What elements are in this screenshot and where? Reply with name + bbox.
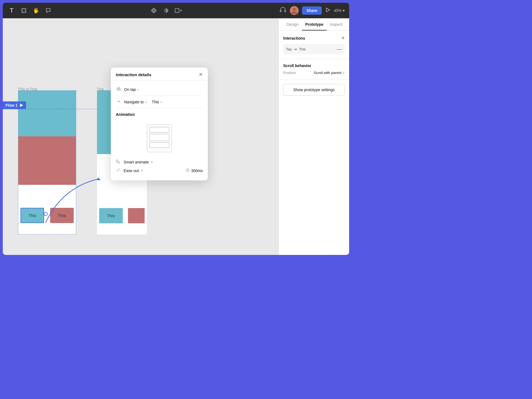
interaction-modal: Interaction details ✕ — [111, 68, 208, 180]
frame1-mid-rect — [18, 136, 76, 185]
modal-title: Interaction details — [116, 72, 151, 77]
duration-icon — [186, 168, 190, 173]
panel-tabs: Design Prototype Inspect — [279, 18, 349, 30]
toolbar-center: ▾ — [55, 6, 277, 15]
frame2-this-button[interactable]: This — [99, 208, 123, 223]
interaction-trigger: Tap — [286, 47, 292, 51]
text-tool[interactable]: T — [7, 6, 16, 15]
remove-interaction-button[interactable]: — — [337, 46, 342, 52]
shape-tool[interactable]: ▾ — [174, 6, 183, 15]
smart-animate-dropdown[interactable]: Smart animate ∨ — [124, 160, 153, 164]
animation-card — [147, 124, 172, 152]
frame1-top-rect — [18, 91, 76, 136]
modal-trigger-row: On tap ∨ — [116, 85, 203, 94]
svg-rect-14 — [175, 9, 179, 12]
frame-tool[interactable] — [19, 6, 28, 15]
modal-separator-1 — [116, 96, 203, 96]
share-button[interactable]: Share — [302, 6, 322, 15]
svg-point-18 — [293, 8, 296, 11]
modal-header: Interaction details ✕ — [111, 68, 208, 81]
component-tool[interactable] — [149, 6, 158, 15]
app-window: T 🖐 — [3, 3, 349, 255]
smart-animate-row: Smart animate ∨ — [116, 157, 203, 167]
interaction-destination: This — [299, 47, 306, 51]
flow-label[interactable]: Flow 1 — [3, 101, 26, 109]
on-tap-chevron: ∨ — [137, 88, 139, 91]
ease-row: Ease out ∨ — [116, 167, 203, 177]
animation-section-title: Animation — [116, 109, 203, 119]
svg-marker-20 — [20, 104, 23, 107]
scroll-behavior-header: Scroll behavior — [283, 63, 345, 68]
proto-settings-button[interactable]: Show prototype settings — [283, 84, 345, 96]
frame1-this-button[interactable]: This — [21, 208, 44, 223]
interaction-row-left: Tap This — [286, 47, 306, 51]
modal-body: On tap ∨ — [111, 81, 208, 180]
svg-rect-26 — [118, 162, 120, 163]
scroll-behavior-section: Scroll behavior Position Scroll with par… — [279, 59, 349, 80]
frame1[interactable]: This That — [18, 90, 76, 234]
hand-tool[interactable]: 🖐 — [32, 6, 40, 15]
destination-dropdown[interactable]: This ∨ — [152, 100, 162, 104]
modal-separator-2 — [116, 108, 203, 108]
flow-name: Flow 1 — [6, 103, 18, 108]
play-button[interactable] — [325, 7, 331, 14]
on-tap-dropdown[interactable]: On tap ∨ — [124, 87, 139, 92]
canvas[interactable]: Flow 1 This or That This That — [3, 18, 278, 255]
smart-animate-icon — [116, 159, 121, 165]
toolbar-left: T 🖐 — [7, 6, 53, 15]
interactions-section: Interactions + Tap This — — [279, 30, 349, 59]
anim-bar-1 — [149, 127, 169, 132]
position-chevron: ∨ — [342, 71, 345, 75]
position-value-dropdown[interactable]: Scroll with parent ∨ — [314, 71, 345, 75]
svg-rect-16 — [285, 10, 286, 12]
svg-rect-25 — [116, 160, 118, 161]
ease-icon — [116, 168, 121, 173]
smart-animate-chevron: ∨ — [151, 160, 153, 164]
anim-bar-2 — [149, 134, 169, 141]
zoom-control[interactable]: 45% ▾ — [334, 8, 345, 13]
interaction-row[interactable]: Tap This — — [283, 44, 345, 54]
right-panel: Design Prototype Inspect Interactions + … — [278, 18, 349, 255]
headphone-icon[interactable] — [279, 6, 287, 15]
ease-dropdown[interactable]: Ease out ∨ — [124, 168, 143, 173]
toolbar: T 🖐 — [3, 3, 349, 18]
navigate-icon — [116, 99, 121, 105]
flow-play-icon — [19, 103, 23, 107]
scroll-behavior-title: Scroll behavior — [283, 63, 311, 68]
modal-close-button[interactable]: ✕ — [199, 72, 203, 77]
tab-design[interactable]: Design — [283, 18, 302, 30]
anim-bar-3 — [149, 142, 169, 148]
navigate-to-dropdown[interactable]: Navigate to ∨ — [124, 100, 147, 104]
main-content: Flow 1 This or That This That — [3, 18, 349, 255]
duration-control[interactable]: 300ms — [186, 168, 203, 173]
frame1-that-button[interactable]: That — [50, 208, 74, 223]
modal-action-row: Navigate to ∨ This ∨ — [116, 97, 203, 107]
ease-chevron: ∨ — [141, 169, 143, 172]
svg-rect-15 — [280, 10, 281, 12]
add-interaction-button[interactable]: + — [341, 35, 345, 41]
svg-point-23 — [118, 88, 119, 89]
tab-inspect[interactable]: Inspect — [327, 18, 346, 30]
interaction-arrow-icon — [293, 47, 297, 51]
animation-preview — [116, 119, 203, 157]
position-label: Position — [283, 71, 296, 75]
mask-tool[interactable] — [162, 6, 170, 15]
interactions-header: Interactions + — [283, 35, 345, 41]
toolbar-right: Share 45% ▾ — [279, 6, 345, 15]
scroll-behavior-row: Position Scroll with parent ∨ — [283, 71, 345, 75]
frame2-small-rect — [128, 208, 145, 223]
destination-chevron: ∨ — [160, 101, 162, 104]
svg-rect-0 — [22, 9, 25, 12]
avatar[interactable] — [290, 6, 299, 15]
interactions-title: Interactions — [283, 36, 305, 40]
on-tap-icon — [116, 87, 121, 92]
tab-prototype[interactable]: Prototype — [302, 18, 327, 30]
connection-dot[interactable] — [44, 212, 48, 216]
comment-tool[interactable] — [44, 6, 53, 15]
svg-marker-19 — [326, 8, 330, 12]
navigate-chevron: ∨ — [145, 101, 147, 104]
